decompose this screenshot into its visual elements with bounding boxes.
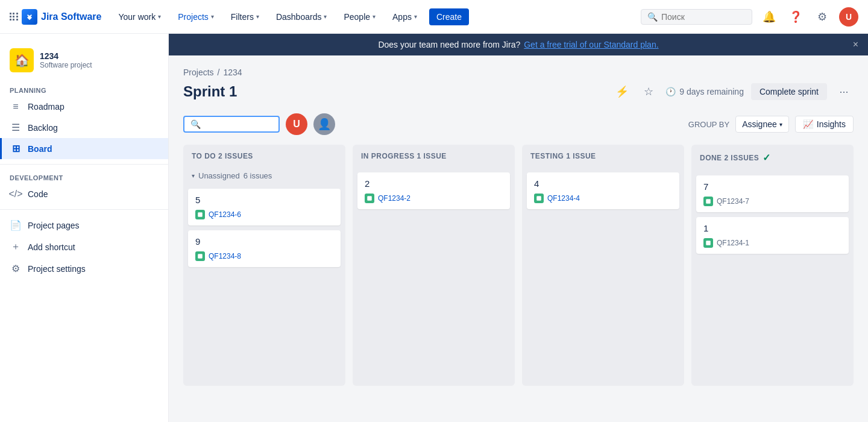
story-icon (195, 251, 205, 261)
issue-card[interactable]: 9 QF1234-8 (188, 230, 341, 267)
board-icon: ⊞ (10, 143, 22, 154)
breadcrumb-project[interactable]: 1234 (223, 68, 242, 77)
sidebar-item-project-pages[interactable]: 📄 Project pages (0, 215, 168, 236)
issue-id: QF1234-6 (209, 210, 241, 219)
issue-number: 5 (195, 195, 333, 205)
done-column-body: 7 QF1234-7 1 (691, 171, 854, 386)
settings-icon: ⚙ (10, 263, 22, 274)
sidebar-item-label: Add shortcut (28, 242, 75, 252)
planning-section-label: PLANNING (0, 82, 168, 96)
issue-card[interactable]: 4 QF1234-4 (527, 172, 679, 209)
breadcrumb-separator: / (218, 68, 220, 77)
sidebar-item-board[interactable]: ⊞ Board (0, 138, 168, 159)
filter-bar: 🔍 U 👤 GROUP BY Assignee ▾ 📈 Insights (183, 113, 854, 135)
dashboards-nav[interactable]: Dashboards ▾ (271, 8, 332, 25)
project-name: 1234 (40, 51, 92, 61)
issue-id: QF1234-7 (717, 197, 749, 206)
roadmap-icon: ≡ (10, 101, 22, 112)
insights-button[interactable]: 📈 Insights (795, 116, 854, 133)
chevron-down-icon: ▾ (779, 121, 782, 128)
sprint-header: Sprint 1 ⚡ ☆ 🕐 9 days remaining Complete… (183, 82, 854, 101)
group-by-label: GROUP BY (688, 120, 729, 129)
star-icon[interactable]: ☆ (639, 82, 658, 101)
issue-id: QF1234-2 (378, 194, 410, 203)
help-icon[interactable]: ❓ (786, 7, 805, 27)
settings-icon[interactable]: ⚙ (813, 7, 832, 27)
issue-number: 9 (195, 236, 333, 247)
issue-card[interactable]: 1 QF1234-1 (696, 217, 849, 254)
issue-id-row: QF1234-2 (365, 194, 503, 203)
inprogress-column: IN PROGRESS 1 ISSUE 2 QF1234-2 (353, 145, 515, 386)
complete-sprint-button[interactable]: Complete sprint (751, 83, 827, 100)
search-icon: 🔍 (190, 119, 201, 129)
board-search-input[interactable] (204, 119, 277, 129)
kanban-board: TO DO 2 ISSUES ▾ Unassigned 6 issues 5 (183, 145, 854, 386)
sidebar-item-backlog[interactable]: ☰ Backlog (0, 117, 168, 138)
lightning-icon[interactable]: ⚡ (612, 82, 632, 101)
clock-icon: 🕐 (665, 87, 676, 96)
todo-column-title: TO DO 2 ISSUES (192, 152, 253, 160)
upgrade-banner: Does your team need more from Jira? Get … (169, 34, 868, 55)
search-icon: 🔍 (647, 12, 658, 22)
projects-nav[interactable]: Projects ▾ (173, 8, 219, 25)
issue-id-row: QF1234-7 (703, 197, 841, 206)
sidebar-item-roadmap[interactable]: ≡ Roadmap (0, 96, 168, 117)
banner-close-button[interactable]: × (853, 39, 858, 50)
your-work-nav[interactable]: Your work ▾ (113, 8, 166, 25)
chevron-down-icon: ▾ (414, 13, 417, 20)
issue-id-row: QF1234-6 (195, 210, 333, 219)
backlog-icon: ☰ (10, 122, 22, 133)
project-type: Software project (40, 61, 92, 69)
app-logo[interactable]: Jira Software (10, 9, 101, 25)
assignee-filter-avatar[interactable]: U (286, 113, 307, 135)
issue-id: QF1234-8 (209, 252, 241, 260)
banner-link[interactable]: Get a free trial of our Standard plan. (524, 40, 658, 49)
apps-nav[interactable]: Apps ▾ (388, 8, 422, 25)
sidebar-item-add-shortcut[interactable]: ＋ Add shortcut (0, 236, 168, 258)
sidebar-item-code[interactable]: </> Code (0, 184, 168, 204)
notifications-icon[interactable]: 🔔 (760, 7, 779, 27)
unassigned-filter-avatar[interactable]: 👤 (313, 113, 335, 135)
issue-id-row: QF1234-1 (703, 238, 841, 248)
testing-column-body: 4 QF1234-4 (522, 168, 684, 386)
user-avatar[interactable]: U (839, 7, 858, 27)
issue-card[interactable]: 7 QF1234-7 (696, 175, 849, 212)
svg-rect-1 (198, 254, 203, 259)
grid-icon (10, 13, 18, 20)
issue-card[interactable]: 5 QF1234-6 (188, 189, 341, 225)
sidebar-item-project-settings[interactable]: ⚙ Project settings (0, 258, 168, 279)
main-content: Does your team need more from Jira? Get … (169, 34, 868, 422)
story-icon (365, 194, 374, 203)
todo-column-header: TO DO 2 ISSUES (183, 145, 345, 168)
sidebar-item-label: Backlog (28, 123, 58, 133)
more-options-button[interactable]: ··· (834, 82, 854, 101)
insights-label: Insights (817, 119, 846, 129)
assignee-dropdown[interactable]: Assignee ▾ (735, 116, 789, 133)
search-input[interactable] (661, 12, 746, 22)
testing-column-header: TESTING 1 ISSUE (522, 145, 684, 168)
story-icon (534, 194, 544, 203)
issue-card[interactable]: 2 QF1234-2 (357, 172, 510, 209)
svg-rect-4 (706, 199, 711, 204)
issue-id: QF1234-4 (547, 194, 580, 203)
chevron-down-icon: ▾ (192, 172, 195, 179)
days-text: 9 days remaining (679, 87, 744, 96)
people-nav[interactable]: People ▾ (339, 8, 380, 25)
check-icon: ✓ (763, 152, 770, 163)
development-section-label: DEVELOPMENT (0, 169, 168, 184)
chevron-down-icon: ▾ (211, 13, 214, 20)
filters-nav[interactable]: Filters ▾ (226, 8, 264, 25)
todo-column-body: 5 QF1234-6 9 (183, 184, 345, 386)
story-icon (195, 210, 205, 219)
testing-column: TESTING 1 ISSUE 4 QF1234-4 (522, 145, 684, 386)
chevron-down-icon: ▾ (324, 13, 327, 20)
create-button[interactable]: Create (429, 8, 469, 25)
sidebar-item-label: Project pages (28, 221, 80, 230)
story-icon (703, 197, 713, 206)
logo-text: Jira Software (41, 11, 101, 22)
search-box[interactable]: 🔍 (641, 9, 752, 25)
board-search[interactable]: 🔍 (183, 116, 280, 133)
sidebar-item-label: Roadmap (28, 102, 64, 112)
unassigned-group-row[interactable]: ▾ Unassigned 6 issues (183, 168, 345, 184)
breadcrumb-projects[interactable]: Projects (183, 68, 214, 77)
